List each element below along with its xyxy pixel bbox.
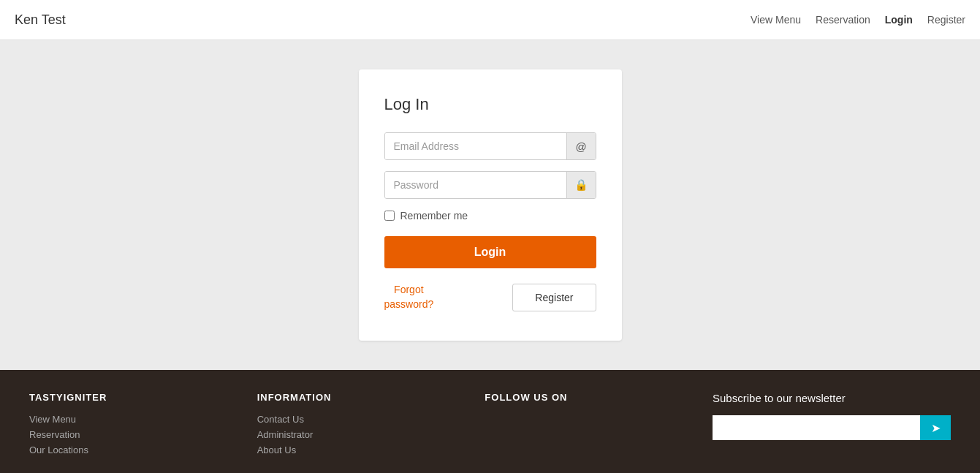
password-input-group: 🔒 xyxy=(384,171,596,199)
footer-our-locations[interactable]: Our Locations xyxy=(29,444,228,455)
footer-col-newsletter: Subscribe to our newsletter ➤ xyxy=(713,392,951,460)
logo[interactable]: Ken Test xyxy=(15,12,66,28)
nav-login[interactable]: Login xyxy=(885,14,913,26)
email-input-group: @ xyxy=(384,132,596,160)
footer-col3-title: FOLLOW US ON xyxy=(485,392,683,403)
footer-contact-us[interactable]: Contact Us xyxy=(257,414,456,425)
remember-me-text: Remember me xyxy=(400,210,468,222)
email-input[interactable] xyxy=(385,133,566,159)
forgot-password-link[interactable]: Forgotpassword? xyxy=(384,283,434,311)
remember-me-label[interactable]: Remember me xyxy=(384,210,596,222)
footer-col2-title: INFORMATION xyxy=(257,392,456,403)
footer-col1-title: TASTYIGNITER xyxy=(29,392,228,403)
nav-register[interactable]: Register xyxy=(927,14,965,26)
header: Ken Test View Menu Reservation Login Reg… xyxy=(0,0,980,40)
login-title: Log In xyxy=(384,95,596,114)
footer: TASTYIGNITER View Menu Reservation Our L… xyxy=(0,370,980,473)
register-button[interactable]: Register xyxy=(512,284,596,311)
remember-me-checkbox[interactable] xyxy=(384,211,395,221)
send-icon: ➤ xyxy=(931,421,941,435)
newsletter-title: Subscribe to our newsletter xyxy=(713,392,951,404)
login-button[interactable]: Login xyxy=(384,236,596,268)
header-nav: View Menu Reservation Login Register xyxy=(751,14,965,26)
lock-icon: 🔒 xyxy=(566,172,596,198)
footer-col-follow: FOLLOW US ON xyxy=(485,392,683,460)
nav-view-menu[interactable]: View Menu xyxy=(751,14,801,26)
bottom-actions: Forgotpassword? Register xyxy=(384,283,596,311)
footer-col-tastyigniter: TASTYIGNITER View Menu Reservation Our L… xyxy=(29,392,228,460)
footer-view-menu[interactable]: View Menu xyxy=(29,414,228,425)
newsletter-input[interactable] xyxy=(713,415,920,440)
newsletter-submit-button[interactable]: ➤ xyxy=(920,415,951,440)
newsletter-form: ➤ xyxy=(713,415,951,440)
email-icon: @ xyxy=(566,133,596,159)
footer-administrator[interactable]: Administrator xyxy=(257,429,456,440)
password-input[interactable] xyxy=(385,172,566,198)
main-content: Log In @ 🔒 Remember me Login Forgotpassw… xyxy=(0,40,980,370)
footer-about-us[interactable]: About Us xyxy=(257,444,456,455)
footer-reservation[interactable]: Reservation xyxy=(29,429,228,440)
footer-col-information: INFORMATION Contact Us Administrator Abo… xyxy=(257,392,456,460)
nav-reservation[interactable]: Reservation xyxy=(816,14,870,26)
login-card: Log In @ 🔒 Remember me Login Forgotpassw… xyxy=(359,69,622,341)
